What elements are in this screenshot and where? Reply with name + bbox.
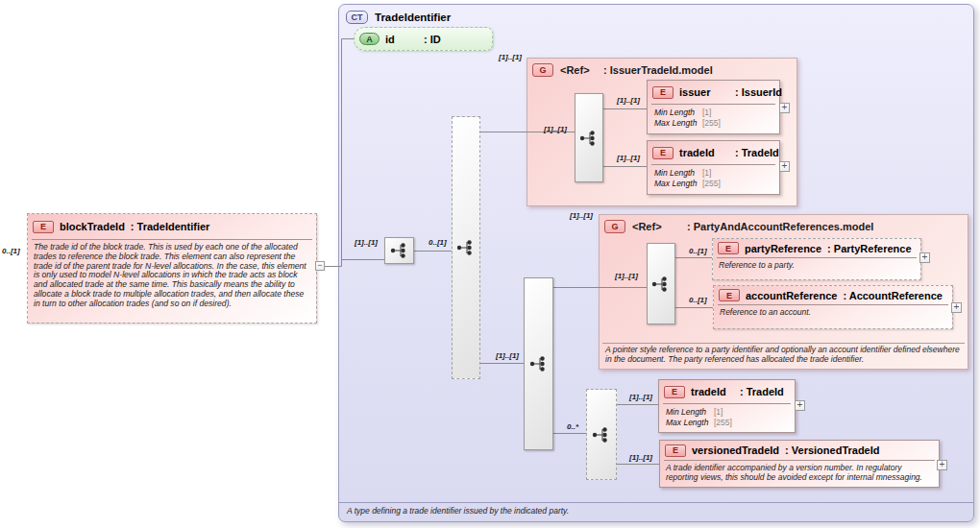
facet-list: Min Length[1] Max Length[255] [648,165,779,188]
facet-name: Min Length [654,108,702,118]
group-name: <Ref> [632,221,680,232]
group-doc: A pointer style reference to a party ide… [602,343,965,366]
element-badge: E [652,86,674,99]
cardinality-label: [1]..[1] [617,96,640,105]
facet-list: Min Length[1] Max Length[255] [648,105,779,128]
element-header: E versionedTradeId : VersionedTradeId [660,441,939,460]
element-box-versionedtradeid[interactable]: E versionedTradeId : VersionedTradeId A … [659,440,940,488]
sequence-box-repeat [586,389,617,480]
element-type: : PartyReference [827,243,911,254]
element-header: E accountReference : AccountReference [714,286,952,304]
facet-name: Max Length [654,179,702,189]
cardinality-label: 0..* [567,422,578,431]
sequence-icon [455,239,477,256]
expand-toggle-accountreference[interactable]: + [951,302,962,313]
element-header: E issuer : IssuerId [648,81,779,104]
element-box-accountreference[interactable]: E accountReference : AccountReference Re… [713,285,953,329]
complextype-title: TradeIdentifier [375,12,451,23]
facet-name: Min Length [654,168,702,179]
element-type: : IssuerId [735,86,782,98]
xsd-schema-diagram: { "colors": { "container_fill": "#e4e4f7… [0,0,980,528]
group-type: : PartyAndAccountReferences.model [687,221,873,232]
cardinality-label: 0..[1] [689,296,707,304]
sequence-icon [578,130,600,147]
element-badge: E [33,221,54,233]
element-box-tradeid-group1[interactable]: E tradeId : TradeId Min Length[1] Max Le… [647,140,780,195]
element-name: issuer [679,86,729,98]
element-box-blocktradeid[interactable]: E blockTradeId : TradeIdentifier The tra… [27,213,317,324]
sequence-box-inner [524,277,553,450]
element-badge: E [664,386,685,398]
element-doc: Reference to an account. [714,305,952,318]
sequence-box-optional [452,116,480,379]
attribute-header: A id : ID [355,28,492,50]
element-name: tradeId [691,386,734,397]
element-name: versionedTradeId [692,444,779,456]
group-name: <Ref> [560,64,597,76]
sequence-icon [650,276,672,293]
group-header: G <Ref> : IssuerTradeId.model [527,59,796,77]
element-box-tradeid[interactable]: E tradeId : TradeId Min Length[1] Max Le… [658,379,796,433]
attribute-badge: A [359,33,380,45]
facet-value: [1] [702,108,711,118]
complextype-doc: A type defining a trade identifier issue… [339,502,973,519]
group-type: : IssuerTradeId.model [603,64,713,76]
element-box-partyreference[interactable]: E partyReference : PartyReference Refere… [712,238,921,280]
attribute-box-id[interactable]: A id : ID [354,27,493,51]
element-badge: E [718,242,739,254]
element-type: : VersionedTradeId [785,444,879,456]
attribute-type: : ID [424,34,441,45]
facet-name: Max Length [654,118,702,129]
expand-toggle-versionedtradeid[interactable]: + [937,460,947,470]
element-badge: E [665,444,686,457]
complextype-header: CT TradeIdentifier [339,5,973,24]
cardinality-label: 0..[1] [689,247,707,255]
element-header: E tradeId : TradeId [648,141,779,164]
expand-toggle-partyreference[interactable]: + [919,252,930,263]
facet-value: [255] [702,118,721,129]
element-name: blockTradeId [60,221,125,232]
cardinality-label: 0..[1] [429,238,447,247]
cardinality-label: [1]..[1] [496,351,519,360]
sequence-box-main [384,237,414,264]
sequence-icon [389,242,410,259]
cardinality-label: [1]..[1] [355,238,378,247]
facet-value: [255] [714,418,732,428]
facet-value: [255] [702,179,721,189]
group-badge: G [604,220,625,233]
cardinality-label: [1]..[1] [499,53,522,61]
facet-name: Max Length [666,418,714,428]
element-type: : AccountReference [843,290,943,301]
cardinality-label: [1]..[1] [615,272,638,280]
element-doc: A trade identifier accompanied by a vers… [660,461,939,483]
collapse-toggle[interactable]: − [315,261,325,271]
expand-toggle-tradeid-group1[interactable]: + [779,161,790,172]
facet-name: Min Length [666,407,714,418]
sequence-icon [528,355,550,372]
element-type: : TradeIdentifier [131,221,210,232]
attribute-name: id [385,34,418,45]
facet-value: [1] [702,168,711,179]
sequence-box-group2 [647,243,675,324]
element-doc: Reference to a party. [713,258,920,271]
cardinality-label: [1]..[1] [629,453,652,462]
cardinality-label: [1]..[1] [617,154,640,162]
element-header: E blockTradeId : TradeIdentifier [28,214,316,239]
expand-toggle-tradeid[interactable]: + [795,400,805,411]
facet-value: [1] [714,407,723,418]
group-header: G <Ref> : PartyAndAccountReferences.mode… [600,215,968,233]
sequence-icon [591,426,612,444]
element-doc: The trade id of the block trade. This is… [28,240,316,309]
cardinality-label: 0..[1] [2,247,20,255]
cardinality-label: [1]..[1] [629,393,652,401]
group-badge: G [532,63,553,77]
element-box-issuer[interactable]: E issuer : IssuerId Min Length[1] Max Le… [647,80,780,134]
element-badge: E [719,289,740,301]
element-header: E partyReference : PartyReference [713,239,920,257]
element-header: E tradeId : TradeId [659,380,795,403]
element-name: partyReference [745,243,821,254]
expand-toggle-issuer[interactable]: + [779,103,790,113]
cardinality-label: [1]..[1] [570,211,593,220]
element-badge: E [652,147,674,159]
sequence-box-group1 [575,93,603,182]
